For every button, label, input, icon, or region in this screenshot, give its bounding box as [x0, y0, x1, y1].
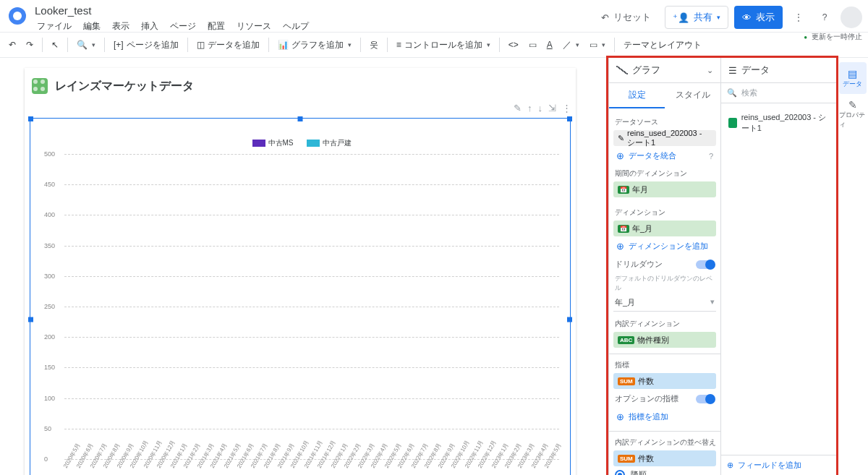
add-data-button[interactable]: ◫ データを追加 [192, 35, 264, 55]
menu-insert[interactable]: 挿入 [136, 18, 163, 35]
gridline [64, 184, 559, 185]
help-button[interactable]: ? [814, 7, 835, 27]
label-datasource: データソース [615, 117, 716, 127]
chart-card-toolbar: ✎ ↑ ↓ ⇲ ⋮ [514, 103, 571, 114]
share-button[interactable]: ⁺👤共有▾ [665, 6, 728, 29]
menu-view[interactable]: 表示 [107, 18, 135, 35]
menu-bar: ファイル 編集 表示 挿入 ページ 配置 リソース ヘルプ [32, 18, 314, 35]
edit-icon[interactable]: ✎ [514, 103, 522, 114]
sheets-icon [728, 118, 737, 128]
datasource-item[interactable]: reins_used_202003 - シート1 [726, 108, 832, 138]
kebab-icon[interactable]: ⋮ [562, 103, 571, 114]
breakdown-chip[interactable]: ABC物件種別 [613, 332, 716, 348]
label-optional-metric: オプションの指標 [615, 393, 678, 404]
metric-chip[interactable]: SUM件数 [613, 373, 716, 389]
graph-panel: グラフ ⌄ 設定 スタイル データソース ✎reins_used_202003 … [608, 58, 720, 475]
label-metric: 指標 [615, 360, 716, 370]
gridline [64, 398, 559, 399]
embed-button[interactable]: <> [504, 35, 523, 55]
label-drilldown: ドリルダウン [615, 259, 663, 270]
label-range-dim: 期間のディメンション [615, 168, 716, 179]
optional-metric-toggle[interactable] [696, 395, 715, 403]
view-button[interactable]: 👁表示 [734, 6, 783, 29]
reset-button[interactable]: ↶リセット [593, 6, 659, 29]
more-menu-button[interactable]: ⋮ [788, 7, 809, 27]
y-tick-label: 100 [44, 395, 55, 402]
data-search[interactable]: 🔍検索 [721, 83, 836, 103]
y-tick-label: 150 [44, 364, 55, 371]
add-chart-button[interactable]: 📊 グラフを追加 [273, 35, 356, 55]
data-icon: ☰ [728, 65, 737, 76]
graph-panel-header[interactable]: グラフ ⌄ [609, 58, 720, 83]
gridline [64, 246, 559, 247]
y-tick-label: 200 [44, 333, 55, 341]
drilldown-toggle[interactable] [696, 260, 715, 269]
rail-properties[interactable]: ✎プロパティ [839, 98, 867, 130]
right-rail: ▤データ ✎プロパティ [836, 58, 868, 475]
add-control-button[interactable]: ≡ コントロールを追加 [392, 35, 495, 55]
y-tick-label: 450 [44, 181, 55, 188]
add-page-button[interactable]: [+] ページを追加 [109, 35, 183, 55]
menu-file[interactable]: ファイル [32, 18, 77, 35]
gridline [64, 276, 559, 277]
range-dim-chip[interactable]: 📅年月 [613, 181, 716, 197]
undo-button[interactable]: ↶ [4, 35, 20, 55]
zoom-tool[interactable]: 🔍 [72, 35, 100, 55]
account-avatar[interactable] [841, 7, 862, 28]
chart-type-icon [616, 66, 628, 74]
refresh-status[interactable]: ●更新を一時停止 [804, 32, 862, 42]
redo-button[interactable]: ↷ [22, 35, 38, 55]
drilldown-hint: デフォルトのドリルダウンのレベル [615, 274, 715, 293]
report-title: レインズマーケットデータ [55, 79, 194, 94]
shape-button[interactable]: ▭ [585, 35, 610, 55]
app-logo [9, 7, 26, 25]
data-panel: ☰データ 🔍検索 reins_used_202003 - シート1 フィールドを… [720, 58, 836, 475]
rail-data[interactable]: ▤データ [839, 62, 867, 94]
gridline [64, 367, 559, 368]
blend-data-button[interactable]: データを統合? [613, 147, 716, 164]
sort-metric-chip[interactable]: SUM件数 [613, 450, 716, 466]
community-viz-button[interactable]: 웃 [365, 35, 383, 55]
sort-desc-radio[interactable]: 降順 [615, 469, 715, 475]
export-icon[interactable]: ⇲ [548, 103, 556, 114]
drilldown-level-select[interactable]: 年_月▾ [613, 297, 716, 312]
menu-help[interactable]: ヘルプ [278, 18, 314, 35]
menu-edit[interactable]: 編集 [78, 18, 106, 35]
menu-page[interactable]: ページ [165, 18, 201, 35]
search-icon: 🔍 [727, 88, 737, 98]
label-dimension: ディメンション [615, 207, 716, 218]
gridline [64, 429, 559, 429]
canvas[interactable]: レインズマーケットデータ ✎ ↑ ↓ ⇲ ⋮ 中古MS中古戸建 05010015… [0, 58, 608, 475]
menu-arrange[interactable]: 配置 [203, 18, 230, 35]
toolbar: ↶ ↷ ↖ 🔍 [+] ページを追加 ◫ データを追加 📊 グラフを追加 웃 ≡… [0, 32, 868, 58]
chart-card[interactable]: 中古MS中古戸建 050100150200250300350400450500 … [30, 119, 570, 475]
label-sort: 内訳ディメンションの並べ替え [615, 437, 716, 448]
gridline [64, 337, 559, 338]
gridline [64, 154, 559, 155]
report-logo-icon [32, 78, 48, 94]
doc-title[interactable]: Looker_test [32, 3, 314, 18]
selection-tool[interactable]: ↖ [47, 35, 63, 55]
image-button[interactable]: ▭ [524, 35, 541, 55]
sort-up-icon[interactable]: ↑ [527, 103, 532, 114]
add-metric-button[interactable]: 指標を追加 [613, 408, 716, 425]
add-dimension-button[interactable]: ディメンションを追加 [613, 238, 716, 254]
y-tick-label: 0 [44, 455, 48, 463]
tab-setup[interactable]: 設定 [609, 83, 665, 108]
menu-resource[interactable]: リソース [231, 18, 276, 35]
add-field-button[interactable]: フィールドを追加 [721, 455, 836, 475]
text-button[interactable]: A [542, 35, 557, 55]
legend-item: 中古戸建 [307, 138, 352, 148]
tab-style[interactable]: スタイル [665, 83, 720, 108]
theme-layout-button[interactable]: テーマとレイアウト [619, 35, 706, 55]
dimension-chip[interactable]: 📅年_月 [613, 221, 716, 236]
report-page[interactable]: レインズマーケットデータ ✎ ↑ ↓ ⇲ ⋮ 中古MS中古戸建 05010015… [25, 68, 576, 475]
chart-plot: 中古MS中古戸建 050100150200250300350400450500 … [41, 138, 562, 475]
y-tick-label: 400 [44, 211, 55, 218]
line-button[interactable]: ／ [558, 35, 584, 55]
y-tick-label: 300 [44, 273, 55, 280]
datasource-chip[interactable]: ✎reins_used_202003 - シート1 [613, 130, 716, 146]
label-breakdown: 内訳ディメンション [615, 319, 716, 329]
sort-down-icon[interactable]: ↓ [538, 103, 543, 114]
data-panel-header: ☰データ [721, 58, 836, 83]
